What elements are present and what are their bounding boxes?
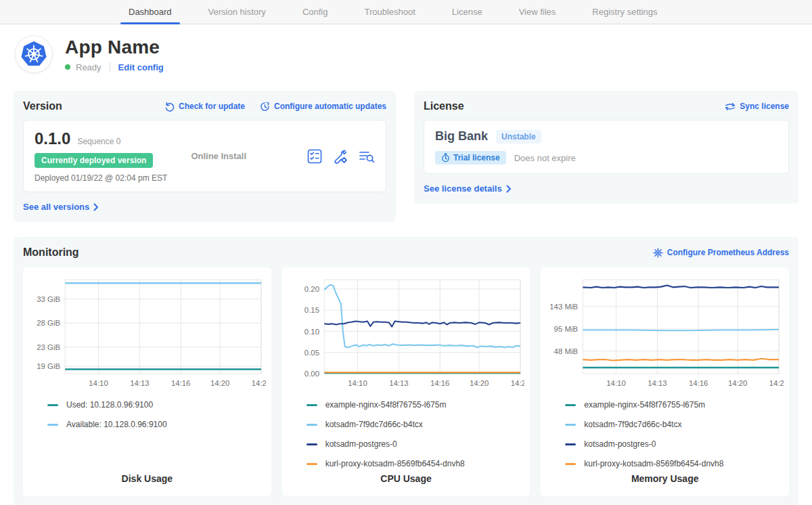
configure-automatic-updates-button[interactable]: Configure automatic updates	[260, 102, 386, 112]
page-title: App Name	[65, 37, 164, 58]
legend-swatch-icon	[565, 404, 576, 406]
svg-text:23 GiB: 23 GiB	[37, 343, 60, 351]
svg-text:0.20: 0.20	[304, 285, 319, 293]
legend-label: kotsadm-7f9dc7d66c-b4tcx	[584, 420, 681, 429]
check-for-update-button[interactable]: Check for update	[164, 102, 245, 112]
legend-swatch-icon	[307, 404, 317, 406]
deployed-badge: Currently deployed version	[35, 153, 153, 168]
svg-text:33 GiB: 33 GiB	[37, 295, 60, 303]
chevron-right-icon	[93, 203, 99, 211]
tab-troubleshoot[interactable]: Troubleshoot	[364, 0, 415, 24]
install-type-label: Online Install	[191, 151, 307, 161]
sync-arrows-icon	[725, 102, 736, 112]
legend-swatch-icon	[47, 424, 58, 426]
edit-config-link[interactable]: Edit config	[118, 62, 164, 72]
chart-card-memory-usage: 14:1014:1314:1614:2014:2348 MiB95 MiB143…	[541, 267, 789, 496]
chart-plot-disk-usage: 14:1014:1314:1614:2014:2319 GiB23 GiB28 …	[28, 274, 266, 395]
legend-item: kurl-proxy-kotsadm-8569fb6454-dnvh8	[565, 459, 784, 468]
svg-text:95 MiB: 95 MiB	[554, 325, 578, 333]
legend-item: Used: 10.128.0.96:9100	[47, 400, 266, 410]
legend-label: kotsadm-postgres-0	[325, 439, 397, 449]
version-sequence: Sequence 0	[77, 137, 120, 146]
svg-text:14:16: 14:16	[430, 379, 449, 387]
status-dot	[65, 64, 70, 70]
svg-text:14:23: 14:23	[510, 379, 524, 387]
svg-text:14:13: 14:13	[648, 379, 667, 387]
svg-text:143 MiB: 143 MiB	[550, 303, 579, 311]
svg-text:14:23: 14:23	[252, 379, 266, 387]
license-expiry: Does not expire	[514, 153, 576, 163]
license-card-title: License	[424, 100, 464, 112]
svg-text:14:20: 14:20	[210, 379, 229, 387]
legend-item: kotsadm-postgres-0	[307, 439, 525, 449]
chart-title: Memory Usage	[546, 473, 784, 489]
chart-legend: example-nginx-54f8f76755-l675mkotsadm-7f…	[307, 400, 525, 468]
legend-label: kotsadm-postgres-0	[584, 439, 656, 449]
tab-dashboard[interactable]: Dashboard	[129, 0, 172, 24]
legend-label: kurl-proxy-kotsadm-8569fb6454-dnvh8	[584, 459, 723, 468]
svg-text:0.15: 0.15	[304, 306, 319, 314]
view-logs-icon[interactable]	[359, 149, 375, 164]
refresh-icon	[164, 102, 175, 112]
svg-text:14:10: 14:10	[348, 379, 367, 387]
legend-swatch-icon	[307, 424, 317, 426]
monitoring-section: Monitoring Configure Prometheus Address …	[14, 237, 798, 505]
legend-label: Available: 10.128.0.96:9100	[66, 420, 167, 429]
preflight-checks-icon[interactable]	[307, 149, 322, 164]
kubernetes-icon	[20, 41, 47, 68]
charts-row: 14:1014:1314:1614:2014:2319 GiB23 GiB28 …	[23, 267, 789, 496]
legend-item: example-nginx-54f8f76755-l675m	[565, 400, 784, 410]
tab-license[interactable]: License	[452, 0, 482, 24]
app-logo	[15, 35, 53, 73]
see-all-versions-link[interactable]: See all versions	[23, 202, 99, 212]
svg-text:14:23: 14:23	[769, 379, 784, 387]
top-nav: DashboardVersion historyConfigTroublesho…	[0, 0, 812, 24]
tab-version-history[interactable]: Version history	[208, 0, 266, 24]
legend-item: example-nginx-54f8f76755-l675m	[307, 400, 525, 410]
chart-card-cpu-usage: 14:1014:1314:1614:2014:230.000.050.100.1…	[282, 267, 531, 496]
svg-text:14:13: 14:13	[130, 379, 149, 387]
tab-config[interactable]: Config	[302, 0, 328, 24]
legend-label: kurl-proxy-kotsadm-8569fb6454-dnvh8	[325, 459, 465, 468]
chart-title: Disk Usage	[28, 473, 266, 489]
edit-config-tools-icon[interactable]	[333, 149, 348, 164]
deployed-timestamp: Deployed 01/19/22 @ 02:04 pm EST	[35, 173, 191, 183]
chart-plot-cpu-usage: 14:1014:1314:1614:2014:230.000.050.100.1…	[288, 274, 525, 395]
chart-legend: Used: 10.128.0.96:9100Available: 10.128.…	[47, 400, 266, 429]
status-text: Ready	[76, 62, 102, 72]
svg-text:14:16: 14:16	[689, 379, 708, 387]
monitoring-title: Monitoring	[23, 246, 79, 259]
chart-plot-memory-usage: 14:1014:1314:1614:2014:2348 MiB95 MiB143…	[546, 274, 784, 395]
legend-swatch-icon	[307, 443, 317, 445]
tab-registry-settings[interactable]: Registry settings	[592, 0, 657, 24]
license-card: License Sync license Big Bank Unstable	[414, 91, 798, 204]
tab-view-files[interactable]: View files	[519, 0, 556, 24]
gear-icon	[653, 248, 663, 258]
svg-text:14:10: 14:10	[607, 379, 626, 387]
svg-text:0.05: 0.05	[304, 349, 319, 357]
legend-item: kotsadm-postgres-0	[565, 439, 784, 449]
version-number: 0.1.0	[35, 129, 70, 148]
chart-legend: example-nginx-54f8f76755-l675mkotsadm-7f…	[565, 400, 784, 468]
stopwatch-icon	[441, 153, 450, 162]
legend-swatch-icon	[307, 463, 317, 465]
legend-item: kurl-proxy-kotsadm-8569fb6454-dnvh8	[307, 459, 525, 468]
app-header: App Name Ready Edit config	[0, 24, 812, 81]
configure-prometheus-button[interactable]: Configure Prometheus Address	[653, 248, 789, 258]
sync-license-button[interactable]: Sync license	[725, 102, 789, 112]
legend-swatch-icon	[565, 463, 576, 465]
trial-license-badge: Trial license	[435, 151, 506, 164]
see-license-details-link[interactable]: See license details	[424, 183, 512, 194]
svg-text:14:13: 14:13	[389, 379, 408, 387]
divider	[110, 62, 110, 72]
legend-swatch-icon	[565, 424, 576, 426]
version-card: Version Check for update Configure autom…	[14, 91, 396, 222]
svg-text:14:16: 14:16	[171, 379, 190, 387]
svg-text:19 GiB: 19 GiB	[37, 362, 60, 370]
svg-text:14:10: 14:10	[89, 379, 108, 387]
license-customer-name: Big Bank	[435, 129, 488, 144]
svg-text:14:20: 14:20	[470, 379, 489, 387]
chevron-right-icon	[506, 185, 512, 193]
schedule-update-icon	[260, 102, 270, 112]
current-version-row: 0.1.0 Sequence 0 Currently deployed vers…	[23, 120, 386, 192]
